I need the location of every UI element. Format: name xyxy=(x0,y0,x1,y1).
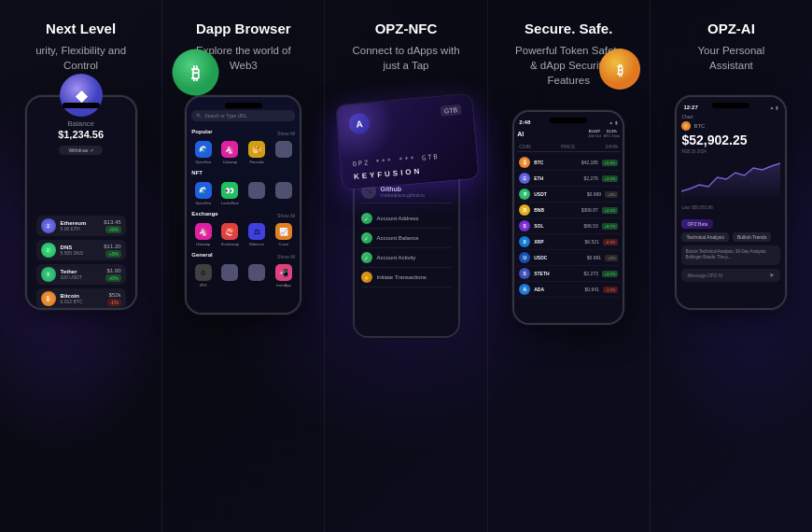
token-item-eth: Ξ Ethereum 5.00 ETH $13.45 +5% xyxy=(36,216,126,236)
phone-notch-4 xyxy=(550,118,587,123)
s4-steth-price: $2,273 xyxy=(572,271,598,276)
s5-status-icons: ▲ ▮ xyxy=(769,105,778,110)
s2-app-bal[interactable]: ⚖ Balancer xyxy=(245,223,269,246)
s2-general-showall[interactable]: Show All xyxy=(277,254,295,259)
s2-app-curve[interactable]: 📈 Curve xyxy=(273,223,296,246)
s4-xrp-name: XRP xyxy=(534,239,569,245)
s4-btc-row: ₿ BTC $42,185 +5.4% xyxy=(517,155,620,171)
section3-title: OPZ-NFC xyxy=(375,21,438,37)
section3-subtitle: Connect to dApps withjust a Tap xyxy=(352,43,459,73)
s4-btc-label: BTC Dom xyxy=(604,133,621,138)
s4-steth-row: S STETH $2,273 +3.1% xyxy=(517,266,620,282)
s4-eth-price: $2,276 xyxy=(572,175,598,181)
s4-th-price: PRICE xyxy=(561,144,575,149)
s2-app-gen2[interactable] xyxy=(218,264,242,287)
nfc-logo: A xyxy=(348,113,371,135)
nfc-chip: GTB xyxy=(440,105,461,117)
btc-right: $52k -1% xyxy=(107,292,121,306)
s4-usdc-row: U USDC $0.991 +0% xyxy=(517,250,620,266)
s2-app-insta[interactable]: 📲 InstaApp xyxy=(273,264,296,287)
s4-xrp-change: -0.3% xyxy=(603,239,618,245)
s2-app-zrx[interactable]: 0 ZRX xyxy=(191,264,215,287)
s2-app-looks[interactable]: 👀 LooksRare xyxy=(218,182,242,205)
s2-search-bar[interactable]: 🔍 Search or Type URL xyxy=(191,110,295,121)
s4-time: 2:48 xyxy=(519,119,530,125)
section2-phone-frame: 🔍 Search or Type URL Popular Show All 🌊 … xyxy=(185,95,301,315)
s4-sol-name: SOL xyxy=(534,223,568,229)
s2-exchange-showall[interactable]: Show All xyxy=(277,213,295,218)
curve-icon: 📈 xyxy=(275,223,292,240)
search-icon: 🔍 xyxy=(196,113,202,119)
s4-stats: $1.62T 24h Vol 51.2% BTC Dom xyxy=(588,129,620,138)
s4-table-header: COIN PRICE 24H% xyxy=(517,142,620,152)
s3-balance-icon: ✓ xyxy=(361,232,372,244)
s4-eth-change: +3.2% xyxy=(602,175,618,182)
s4-bnb-icon: B xyxy=(519,204,530,216)
s4-btc-price: $42,185 xyxy=(572,160,598,165)
section5-phone-frame: 12:27 ▲ ▮ Chart ₿ BTC $52,902.25 xyxy=(675,95,787,310)
s2-nft-label: NFT xyxy=(191,170,203,175)
s4-usdt-name: USDT xyxy=(534,191,571,197)
section2-bitcoin-coin: ₿ xyxy=(170,47,221,102)
nfc-card: A GTB OPZ *** *** GTB KEYFUSION xyxy=(336,94,478,189)
s2-popular-grid: 🌊 OpenSea 🦄 Uniswap 🥞 Pancake xyxy=(191,141,295,164)
s4-steth-change: +3.1% xyxy=(602,271,618,277)
section5-phone-screen: 12:27 ▲ ▮ Chart ₿ BTC $52,902.25 xyxy=(677,97,785,308)
s5-chart xyxy=(681,159,780,201)
s5-message-input[interactable]: Message OPZ AI ➤ xyxy=(681,269,780,282)
s5-ai-badge-wrap: OPZ Beta xyxy=(681,213,780,232)
s2-app-nft3[interactable] xyxy=(245,182,269,205)
section-nfc: OPZ-NFC Connect to dApps withjust a Tap … xyxy=(325,0,487,532)
s4-btc-change: +5.4% xyxy=(602,160,618,166)
s4-bnb-change: +2.1% xyxy=(602,207,618,214)
hero-container: Next Level urity, Flexibility andControl xyxy=(0,0,812,532)
s1-withdraw-btn[interactable]: Withdraw ↗ xyxy=(59,146,102,155)
s5-trend-bull[interactable]: Bullish Trends xyxy=(733,232,771,242)
s2-app-nft4[interactable] xyxy=(273,182,296,205)
s5-send-icon: ➤ xyxy=(769,272,775,279)
s4-sol-row: S SOL $86.53 +8.7% xyxy=(517,218,620,234)
s2-app-opensea2[interactable]: 🌊 OpenSea xyxy=(191,182,215,205)
s2-app-uniswap[interactable]: 🦄 Uniswap xyxy=(218,141,242,164)
s4-battery-icon: ▮ xyxy=(615,119,618,125)
s2-app-extra1[interactable] xyxy=(273,141,296,164)
dns-price: $11.20 xyxy=(104,244,120,249)
uni2-label: Uniswap xyxy=(196,242,210,246)
s2-app-gen3[interactable] xyxy=(245,264,269,287)
github-url: marketplace.github.io xyxy=(381,192,426,198)
s4-xrp-icon: X xyxy=(519,236,530,247)
s2-app-opensea[interactable]: 🌊 OpenSea xyxy=(191,141,215,164)
github-name: Github xyxy=(381,186,426,192)
s2-app-pancake[interactable]: 🥞 Pancake xyxy=(245,141,269,164)
s3-transactions-label: Initiate Transactions xyxy=(377,274,427,280)
sushi-label: Sushiswap xyxy=(221,242,239,246)
section4-gold-coin: ₿ xyxy=(597,47,642,95)
sushi-icon: 🍣 xyxy=(221,223,238,240)
section4-phone-screen: 2:48 ▲ ▮ AI $1.62T 24h Vol xyxy=(514,112,623,323)
s5-trend-tech[interactable]: Technical Analysis xyxy=(681,232,729,242)
s4-usdc-icon: U xyxy=(519,252,530,263)
section5-subtitle: Your PersonalAssistant xyxy=(698,43,765,73)
extra1-icon xyxy=(275,141,292,158)
s4-th-coin: COIN xyxy=(519,144,531,149)
eth-info: Ethereum 5.00 ETH xyxy=(61,220,100,231)
s2-popular-label: Popular xyxy=(191,129,212,134)
phone-notch-5 xyxy=(712,103,749,108)
s2-app-sushi[interactable]: 🍣 Sushiswap xyxy=(218,223,242,246)
insta-label: InstaApp xyxy=(276,283,291,287)
section1-phone-frame: Balance $1,234.56 Withdraw ↗ Ξ xyxy=(25,95,137,310)
s2-exchange-label: Exchange xyxy=(191,211,217,217)
s4-steth-icon: S xyxy=(519,268,530,279)
token-item-dns: D DNS 5.505 DNS $11.20 +3% xyxy=(36,240,126,260)
s2-app-uni2[interactable]: 🦄 Uniswap xyxy=(191,223,215,246)
eth-right: $13.45 +5% xyxy=(104,219,120,233)
s4-xrp-price: $6.521 xyxy=(573,239,599,245)
s4-sol-icon: S xyxy=(519,220,530,231)
section1-eth-coin: ◆ xyxy=(58,72,105,122)
s5-battery-icon: ▮ xyxy=(776,105,778,110)
s4-ai-label: AI xyxy=(517,131,524,137)
s4-usdt-change: +0% xyxy=(605,191,618,198)
eth-price: $13.45 xyxy=(104,219,120,225)
s2-popular-showall[interactable]: Show All xyxy=(277,131,295,136)
s4-btc-stat: 51.2% BTC Dom xyxy=(604,129,621,138)
